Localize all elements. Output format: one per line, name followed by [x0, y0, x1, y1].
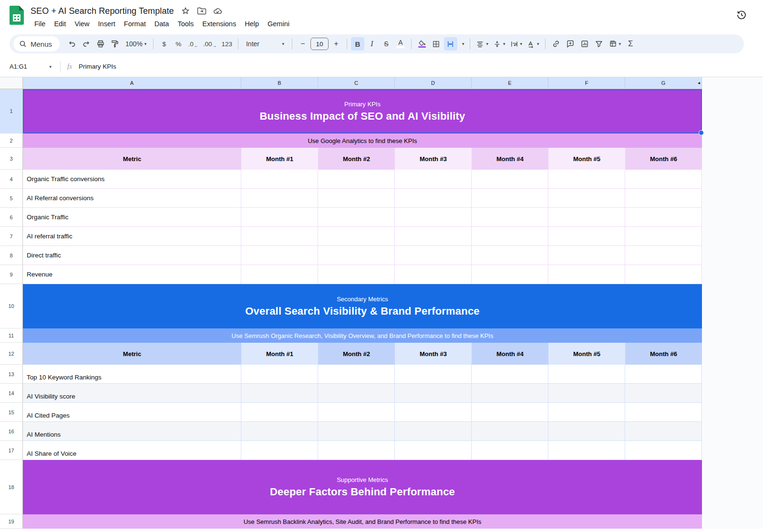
text-color-button[interactable]: A — [394, 37, 407, 51]
cell-F9[interactable] — [548, 265, 625, 284]
cell-D9[interactable] — [395, 265, 472, 284]
format-currency-button[interactable]: $ — [157, 37, 171, 51]
banner-cell-A1[interactable]: Primary KPIsBusiness Impact of SEO and A… — [23, 89, 702, 133]
cell-F17[interactable] — [548, 441, 625, 460]
menu-view[interactable]: View — [71, 19, 93, 29]
fill-color-button[interactable] — [415, 37, 429, 51]
menu-gemini[interactable]: Gemini — [264, 19, 293, 29]
cell-A6[interactable]: Organic Traffic — [23, 208, 241, 227]
strikethrough-button[interactable]: S — [380, 37, 393, 51]
menu-insert[interactable]: Insert — [94, 19, 119, 29]
cell-A5[interactable]: AI Referral conversions — [23, 189, 241, 208]
cell-E3[interactable]: Month #4 — [472, 148, 548, 170]
cell-F3[interactable]: Month #5 — [548, 148, 625, 170]
cell-G5[interactable] — [625, 189, 702, 208]
bold-button[interactable]: B — [351, 37, 364, 51]
create-filter-button[interactable] — [592, 37, 606, 51]
cell-A9[interactable]: Revenue — [23, 265, 241, 284]
select-all-corner[interactable] — [0, 77, 23, 89]
cell-B4[interactable] — [241, 170, 318, 189]
sheets-logo-icon[interactable] — [10, 6, 24, 25]
cell-F15[interactable] — [548, 403, 625, 422]
document-title[interactable]: SEO + AI Search Reporting Template — [31, 6, 174, 16]
cell-G4[interactable] — [625, 170, 702, 189]
cell-B15[interactable] — [241, 403, 318, 422]
cell-B17[interactable] — [241, 441, 318, 460]
cell-C12[interactable]: Month #2 — [318, 343, 395, 365]
row-header-17[interactable]: 17 — [0, 441, 23, 460]
cell-D14[interactable] — [395, 384, 472, 403]
cell-B14[interactable] — [241, 384, 318, 403]
version-history-icon[interactable] — [733, 7, 750, 23]
cell-A17[interactable]: AI Share of Voice — [23, 441, 241, 460]
decrease-decimal-button[interactable]: .0← — [186, 37, 200, 51]
vertical-align-button[interactable]: ▾ — [491, 37, 507, 51]
note-cell-A2[interactable]: Use Google Analytics to find these KPIs — [23, 133, 702, 148]
cell-F5[interactable] — [548, 189, 625, 208]
cell-C8[interactable] — [318, 246, 395, 265]
row-header-18[interactable]: 18 — [0, 460, 23, 514]
table-views-button[interactable]: ▾ — [607, 37, 623, 51]
cell-A13[interactable]: Top 10 Keyword Rankings — [23, 365, 241, 384]
column-header-A[interactable]: A — [23, 77, 241, 89]
cell-C13[interactable] — [318, 365, 395, 384]
more-formats-button[interactable]: 123 — [219, 37, 234, 51]
cell-F12[interactable]: Month #5 — [548, 343, 625, 365]
cell-C9[interactable] — [318, 265, 395, 284]
column-header-D[interactable]: D — [395, 77, 472, 89]
row-header-10[interactable]: 10 — [0, 284, 23, 328]
cell-E4[interactable] — [472, 170, 548, 189]
insert-chart-button[interactable] — [578, 37, 591, 51]
cell-C17[interactable] — [318, 441, 395, 460]
cell-A16[interactable]: AI Mentions — [23, 422, 241, 441]
cell-E14[interactable] — [472, 384, 548, 403]
cell-C3[interactable]: Month #2 — [318, 148, 395, 170]
cell-F16[interactable] — [548, 422, 625, 441]
cell-F8[interactable] — [548, 246, 625, 265]
row-header-12[interactable]: 12 — [0, 343, 23, 365]
column-header-G[interactable]: G◂ — [625, 77, 702, 89]
row-header-6[interactable]: 6 — [0, 208, 23, 227]
cell-C7[interactable] — [318, 227, 395, 246]
cell-E9[interactable] — [472, 265, 548, 284]
cell-E6[interactable] — [472, 208, 548, 227]
row-header-14[interactable]: 14 — [0, 384, 23, 403]
banner-cell-A10[interactable]: Secondary MetricsOverall Search Visibili… — [23, 284, 702, 328]
cell-B9[interactable] — [241, 265, 318, 284]
cell-C6[interactable] — [318, 208, 395, 227]
functions-button[interactable]: Σ — [624, 37, 637, 51]
cell-A15[interactable]: AI Cited Pages — [23, 403, 241, 422]
cell-E15[interactable] — [472, 403, 548, 422]
cell-E13[interactable] — [472, 365, 548, 384]
column-header-B[interactable]: B — [241, 77, 318, 89]
redo-button[interactable] — [80, 37, 93, 51]
cell-A3[interactable]: Metric — [23, 148, 241, 170]
row-header-8[interactable]: 8 — [0, 246, 23, 265]
note-cell-A19[interactable]: Use Semrush Backlink Analytics, Site Aud… — [23, 514, 702, 529]
cell-B13[interactable] — [241, 365, 318, 384]
cell-D7[interactable] — [395, 227, 472, 246]
menu-tools[interactable]: Tools — [174, 19, 197, 29]
increase-font-size-button[interactable]: + — [330, 37, 343, 51]
cell-C5[interactable] — [318, 189, 395, 208]
row-header-13[interactable]: 13 — [0, 365, 23, 384]
cell-B3[interactable]: Month #1 — [241, 148, 318, 170]
cloud-saved-icon[interactable] — [213, 6, 223, 16]
cell-C4[interactable] — [318, 170, 395, 189]
insert-comment-button[interactable] — [564, 37, 577, 51]
cell-A12[interactable]: Metric — [23, 343, 241, 365]
note-cell-A11[interactable]: Use Semrush Organic Research, Visibility… — [23, 328, 702, 343]
formula-input[interactable]: Primary KPIs — [79, 63, 116, 70]
row-header-15[interactable]: 15 — [0, 403, 23, 422]
cell-A4[interactable]: Organic Traffic conversions — [23, 170, 241, 189]
cell-D17[interactable] — [395, 441, 472, 460]
font-size-input[interactable]: 10 — [310, 38, 329, 50]
text-wrap-button[interactable]: ▾ — [508, 37, 525, 51]
merge-cells-button[interactable] — [444, 37, 457, 51]
cell-D13[interactable] — [395, 365, 472, 384]
format-percent-button[interactable]: % — [172, 37, 185, 51]
cell-B16[interactable] — [241, 422, 318, 441]
cell-G13[interactable] — [625, 365, 702, 384]
print-button[interactable] — [94, 37, 107, 51]
cell-E16[interactable] — [472, 422, 548, 441]
